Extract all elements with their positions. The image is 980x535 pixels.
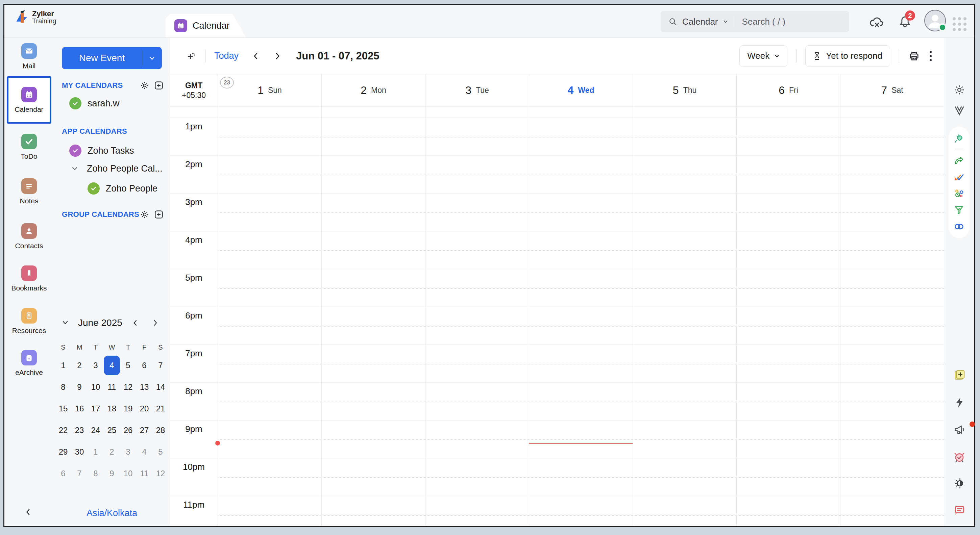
rail-item-notes[interactable]: Notes <box>7 178 51 205</box>
day-header-wed[interactable]: 4Wed <box>529 74 633 106</box>
calendar-item-zoho-tasks[interactable]: Zoho Tasks <box>69 144 134 157</box>
rail-item-resources[interactable]: Resources <box>7 308 51 335</box>
minical-date[interactable]: 17 <box>88 398 104 419</box>
today-button[interactable]: Today <box>214 51 239 61</box>
timezone-link[interactable]: Asia/Kolkata <box>54 508 170 518</box>
minical-date[interactable]: 10 <box>88 376 104 398</box>
search-scope-dropdown[interactable]: Calendar <box>682 17 718 27</box>
my-calendars-add-icon[interactable] <box>154 80 164 90</box>
more-options-icon[interactable] <box>930 51 932 61</box>
notifications-bell-icon[interactable]: 2 <box>898 14 912 29</box>
yet-to-respond-button[interactable]: Yet to respond <box>805 45 890 67</box>
expand-chevron-icon[interactable] <box>71 166 79 172</box>
calendar-check-icon[interactable] <box>69 97 81 110</box>
calendar-check-icon[interactable] <box>88 183 100 195</box>
rail-item-bookmarks[interactable]: Bookmarks <box>7 265 51 292</box>
alarm-reminder-icon[interactable] <box>944 451 974 464</box>
hour-row-10pm[interactable] <box>170 458 944 496</box>
hour-row-1pm[interactable] <box>170 118 944 156</box>
search-bar[interactable]: Calendar Search ( / ) <box>661 11 849 32</box>
hour-row-4pm[interactable] <box>170 231 944 269</box>
double-check-extension-icon[interactable] <box>954 171 964 183</box>
new-event-dropdown-icon[interactable] <box>142 56 162 60</box>
settings-gear-icon[interactable] <box>944 84 974 96</box>
funnel-extension-icon[interactable] <box>954 205 964 216</box>
hour-row-2pm[interactable] <box>170 156 944 194</box>
day-header-fri[interactable]: 6Fri <box>737 74 840 106</box>
new-event-button[interactable]: New Event <box>62 47 162 69</box>
minical-date-selected[interactable]: 4 <box>104 356 120 375</box>
minical-date[interactable]: 15 <box>55 398 71 419</box>
day-header-tue[interactable]: 3Tue <box>425 74 529 106</box>
hour-row-11pm[interactable] <box>170 496 944 526</box>
hour-row-7pm[interactable] <box>170 345 944 383</box>
view-selector-button[interactable]: Week <box>740 45 788 67</box>
minical-date[interactable]: 22 <box>55 419 71 441</box>
apps-grid-icon[interactable] <box>953 17 966 31</box>
zoho-v-clip-icon[interactable] <box>944 105 974 116</box>
avatar[interactable] <box>924 10 946 32</box>
minical-date[interactable]: 13 <box>136 376 153 398</box>
calendar-item-sarah-w[interactable]: sarah.w <box>69 97 119 110</box>
links-extension-icon[interactable] <box>954 221 964 232</box>
plug-extension-icon[interactable] <box>954 132 964 143</box>
group-calendars-add-icon[interactable] <box>154 210 164 219</box>
theme-toggle-icon[interactable] <box>944 477 974 490</box>
minical-date[interactable]: 19 <box>120 398 136 419</box>
minical-date[interactable]: 29 <box>55 441 71 463</box>
minical-date[interactable]: 7 <box>71 463 88 484</box>
hour-row-5pm[interactable] <box>170 269 944 307</box>
group-calendars-settings-icon[interactable] <box>140 210 150 219</box>
feedback-chat-icon[interactable] <box>944 504 974 517</box>
minical-date[interactable]: 10 <box>120 463 136 484</box>
minical-date[interactable]: 8 <box>55 376 71 398</box>
rail-item-contacts[interactable]: Contacts <box>7 223 51 250</box>
day-header-mon[interactable]: 2Mon <box>321 74 425 106</box>
day-header-sat[interactable]: 7Sat <box>840 74 944 106</box>
minical-date[interactable]: 20 <box>136 398 153 419</box>
tab-calendar[interactable]: Calendar <box>165 14 246 38</box>
next-week-icon[interactable] <box>273 51 282 61</box>
minical-date[interactable]: 11 <box>136 463 153 484</box>
search-input[interactable]: Search ( / ) <box>742 17 786 27</box>
minical-date[interactable]: 27 <box>136 419 153 441</box>
my-calendars-settings-icon[interactable] <box>140 80 150 90</box>
minical-date[interactable]: 3 <box>120 441 136 463</box>
hour-row-9pm[interactable] <box>170 421 944 458</box>
print-icon[interactable] <box>908 50 920 62</box>
minical-date[interactable]: 1 <box>55 355 71 376</box>
cloud-sync-icon[interactable] <box>869 16 885 29</box>
minical-date[interactable]: 25 <box>104 419 120 441</box>
minical-date[interactable]: 14 <box>153 376 169 398</box>
day-header-sun[interactable]: 1Sun <box>218 74 321 106</box>
minical-date[interactable]: 2 <box>71 355 88 376</box>
minical-prev-icon[interactable] <box>132 319 139 327</box>
rail-item-earchive[interactable]: eArchive <box>7 350 51 376</box>
minical-date[interactable]: 21 <box>153 398 169 419</box>
org-planner-extension-icon[interactable] <box>954 188 964 199</box>
prev-week-icon[interactable] <box>251 51 260 61</box>
all-day-row[interactable] <box>170 107 944 118</box>
hour-row-8pm[interactable] <box>170 383 944 421</box>
minical-date[interactable]: 3 <box>88 355 104 376</box>
calendar-item-zoho-people-cal[interactable]: Zoho People Cal... <box>71 164 162 174</box>
bolt-icon[interactable] <box>944 397 974 409</box>
minical-date[interactable]: 12 <box>153 463 169 484</box>
minical-date[interactable]: 5 <box>120 355 136 376</box>
minical-next-icon[interactable] <box>152 319 159 327</box>
minical-date[interactable]: 23 <box>71 419 88 441</box>
minical-date[interactable]: 12 <box>120 376 136 398</box>
rail-item-calendar[interactable]: Calendar <box>7 76 51 124</box>
minical-date[interactable]: 2 <box>104 441 120 463</box>
minical-date[interactable]: 28 <box>153 419 169 441</box>
minical-date[interactable]: 8 <box>88 463 104 484</box>
smart-add-icon[interactable] <box>185 50 196 62</box>
hour-row-3pm[interactable] <box>170 194 944 231</box>
minical-date[interactable]: 5 <box>153 441 169 463</box>
calendar-item-zoho-people[interactable]: Zoho People <box>88 183 158 195</box>
minical-date[interactable]: 9 <box>104 463 120 484</box>
rail-item-todo[interactable]: ToDo <box>7 134 51 160</box>
minical-date[interactable]: 6 <box>55 463 71 484</box>
minical-title[interactable]: June 2025 <box>78 318 132 328</box>
calendar-grid[interactable]: 1pm2pm3pm4pm5pm6pm7pm8pm9pm10pm11pm <box>170 107 944 526</box>
